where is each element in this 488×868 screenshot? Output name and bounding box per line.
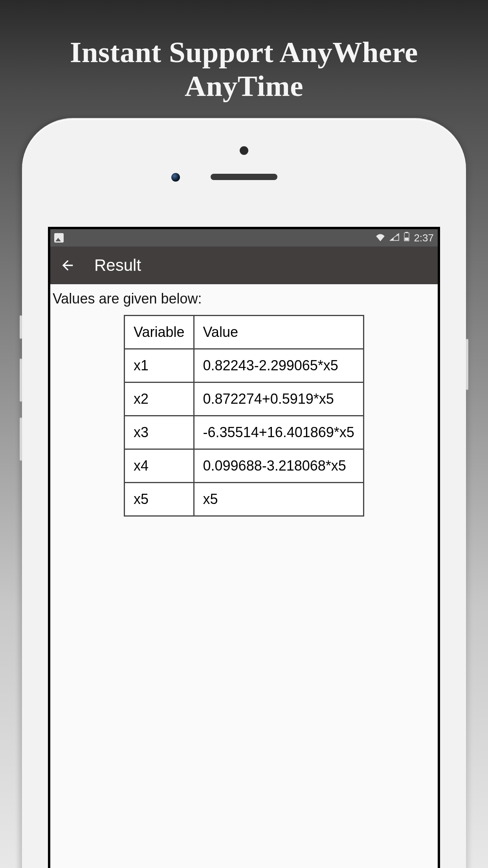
back-button[interactable] [60, 257, 75, 273]
cell-value: 0.099688-3.218068*x5 [194, 449, 363, 483]
table-row: x2 0.872274+0.5919*x5 [125, 383, 364, 416]
page-title: Result [94, 256, 141, 275]
header-value: Value [194, 316, 363, 349]
phone-frame: ✕ 2:37 [22, 118, 466, 868]
header-variable: Variable [125, 316, 194, 349]
svg-text:✕: ✕ [396, 233, 400, 237]
table-row: x3 -6.35514+16.401869*x5 [125, 416, 364, 449]
cell-value: 0.82243-2.299065*x5 [194, 349, 363, 383]
power-button-icon [466, 339, 468, 390]
wifi-icon [375, 232, 385, 244]
cell-value: x5 [194, 483, 363, 516]
app-bar: Result [50, 246, 438, 284]
mute-switch-icon [20, 315, 22, 339]
no-signal-icon: ✕ [389, 232, 400, 244]
cell-variable: x3 [125, 416, 194, 449]
cell-variable: x1 [125, 349, 194, 383]
cell-value: 0.872274+0.5919*x5 [194, 383, 363, 416]
headline-line1: Instant Support AnyWhere [70, 36, 418, 68]
device-screen: ✕ 2:37 [48, 227, 440, 868]
picture-notification-icon [54, 233, 64, 243]
volume-down-icon [20, 417, 22, 461]
front-camera-icon [171, 173, 180, 182]
volume-up-icon [20, 359, 22, 402]
battery-icon [404, 232, 410, 244]
cell-value: -6.35514+16.401869*x5 [194, 416, 363, 449]
status-bar: ✕ 2:37 [50, 229, 438, 246]
table-row: x1 0.82243-2.299065*x5 [125, 349, 364, 383]
cell-variable: x5 [125, 483, 194, 516]
description-text: Values are given below: [52, 288, 436, 315]
results-table: Variable Value x1 0.82243-2.299065*x5 x2 [124, 315, 364, 517]
arrow-left-icon [60, 257, 75, 273]
status-time: 2:37 [414, 232, 434, 244]
content-area: Values are given below: Variable Value x… [50, 284, 438, 868]
headline-line2: AnyTime [185, 70, 303, 102]
table-row: x4 0.099688-3.218068*x5 [125, 449, 364, 483]
cell-variable: x2 [125, 383, 194, 416]
marketing-headline: Instant Support AnyWhere AnyTime [0, 35, 488, 103]
cell-variable: x4 [125, 449, 194, 483]
table-header-row: Variable Value [125, 316, 364, 349]
svg-rect-3 [405, 237, 409, 240]
table-row: x5 x5 [125, 483, 364, 516]
